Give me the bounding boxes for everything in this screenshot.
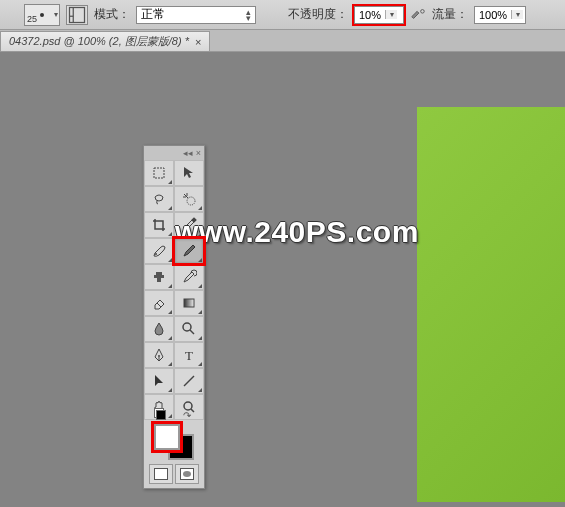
tool-path-selection[interactable]: [144, 368, 174, 394]
swap-colors-button[interactable]: ↷: [182, 410, 192, 421]
tool-rectangular-marquee[interactable]: [144, 160, 174, 186]
edit-mode-row: [144, 464, 204, 488]
tool-type[interactable]: T: [174, 342, 204, 368]
canvas-area[interactable]: [0, 52, 565, 507]
flow-value: 100%: [475, 9, 511, 21]
foreground-color[interactable]: [154, 424, 180, 450]
flow-input[interactable]: 100% ▾: [474, 6, 526, 24]
svg-line-11: [190, 330, 194, 334]
svg-point-15: [184, 402, 192, 410]
document-tab[interactable]: 04372.psd @ 100% (2, 图层蒙版/8) * ×: [0, 31, 210, 51]
tool-quick-selection[interactable]: [174, 186, 204, 212]
tool-grid: T: [144, 160, 204, 420]
default-colors-button[interactable]: [156, 410, 166, 420]
collapse-icon[interactable]: ◂◂: [183, 148, 193, 158]
blend-mode-select[interactable]: 正常 ▴▾: [136, 6, 256, 24]
tool-line[interactable]: [174, 368, 204, 394]
opacity-input[interactable]: 10% ▾: [354, 6, 404, 24]
standard-mode-button[interactable]: [149, 464, 173, 484]
tool-clone-stamp[interactable]: [144, 264, 174, 290]
svg-point-3: [421, 9, 425, 13]
blend-mode-value: 正常: [141, 6, 165, 23]
opacity-label: 不透明度：: [288, 6, 348, 23]
svg-rect-0: [70, 7, 85, 22]
chevron-down-icon: ▾: [54, 10, 58, 19]
brush-panel-toggle[interactable]: [66, 5, 88, 25]
svg-rect-6: [191, 217, 197, 223]
svg-text:T: T: [185, 348, 193, 363]
tool-eraser[interactable]: [144, 290, 174, 316]
svg-rect-9: [184, 299, 194, 307]
tools-panel: ◂◂ × T ↷: [143, 145, 205, 489]
opacity-value: 10%: [355, 9, 385, 21]
svg-point-10: [183, 323, 191, 331]
chevron-down-icon: ▾: [511, 10, 523, 19]
select-arrows-icon: ▴▾: [246, 9, 251, 21]
color-section: ↷: [144, 420, 204, 464]
tool-eyedropper[interactable]: [174, 212, 204, 238]
tool-lasso[interactable]: [144, 186, 174, 212]
brush-size-value: 25: [27, 14, 37, 24]
chevron-down-icon: ▾: [385, 10, 397, 19]
close-icon[interactable]: ×: [196, 148, 201, 158]
canvas-content: [417, 107, 565, 502]
tool-history-brush[interactable]: [174, 264, 204, 290]
color-swatches: ↷: [154, 424, 194, 460]
tool-dodge[interactable]: [174, 316, 204, 342]
tool-pen[interactable]: [144, 342, 174, 368]
tool-brush[interactable]: [174, 238, 204, 264]
brush-preset-picker[interactable]: 25 ▾: [24, 4, 60, 26]
svg-line-14: [184, 376, 194, 386]
tool-crop[interactable]: [144, 212, 174, 238]
tool-move[interactable]: [174, 160, 204, 186]
svg-rect-4: [154, 168, 164, 178]
tool-gradient[interactable]: [174, 290, 204, 316]
flow-label: 流量：: [432, 6, 468, 23]
close-tab-button[interactable]: ×: [195, 36, 201, 48]
document-title: 04372.psd @ 100% (2, 图层蒙版/8) *: [9, 34, 189, 49]
tools-panel-header[interactable]: ◂◂ ×: [144, 146, 204, 160]
svg-point-7: [155, 253, 157, 255]
tool-healing-brush[interactable]: [144, 238, 174, 264]
svg-point-12: [158, 355, 160, 357]
options-bar: 25 ▾ 模式： 正常 ▴▾ 不透明度： 10% ▾ 流量： 100% ▾: [0, 0, 565, 30]
tablet-pressure-opacity-icon[interactable]: [410, 7, 426, 23]
svg-point-5: [187, 197, 195, 205]
mode-label: 模式：: [94, 6, 130, 23]
quick-mask-button[interactable]: [175, 464, 199, 484]
tool-blur[interactable]: [144, 316, 174, 342]
document-tab-bar: 04372.psd @ 100% (2, 图层蒙版/8) * ×: [0, 30, 565, 52]
